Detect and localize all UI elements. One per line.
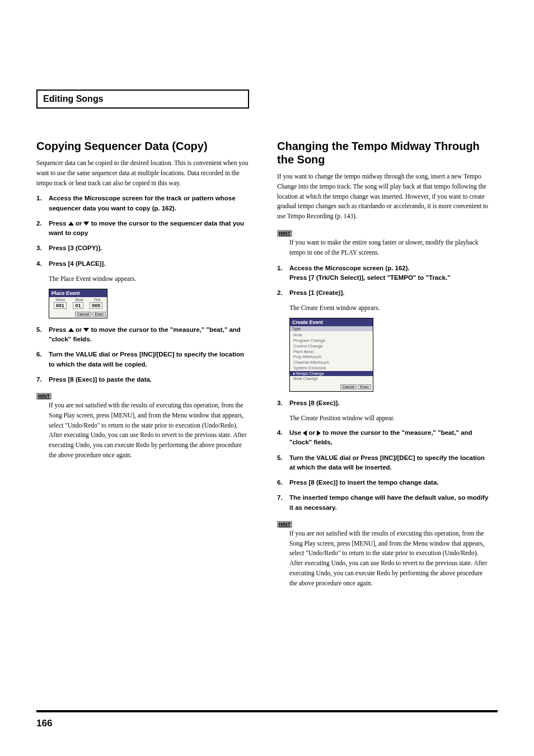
exec-button: Exec (358, 384, 371, 389)
step-number: 6. (36, 350, 44, 369)
right-step-3-sub: The Create Position window will appear. (289, 414, 490, 424)
section-header: Editing Songs (43, 94, 104, 104)
right-title: Changing the Tempo Midway Through the So… (277, 139, 490, 166)
right-step-2: 2. Press [1 (Create)]. (277, 288, 490, 298)
arrow-left-icon (303, 430, 307, 436)
right-step-4: 4. Use or to move the cursor to the "mea… (277, 428, 490, 448)
step-number: 2. (277, 288, 285, 298)
txt-b: or (76, 220, 84, 227)
step-text: Press [3 (COPY)]. (49, 243, 249, 253)
label-tick: Tick (93, 298, 101, 302)
step-text: Press [8 (Exec)]. (289, 398, 490, 408)
txt-a: Use (289, 429, 303, 436)
place-event-title: Place Event (49, 289, 107, 297)
arrow-up-icon (68, 328, 74, 332)
txt-a: Press (49, 326, 68, 333)
left-step-1: 1. Access the Microscope screen for the … (36, 194, 249, 213)
ce-item: Beat Change (293, 376, 369, 382)
step-number: 5. (36, 325, 44, 345)
left-step-5: 5. Press or to move the cursor to the "m… (36, 325, 249, 345)
step-number: 1. (277, 264, 285, 283)
step-number: 4. (36, 259, 44, 269)
step-number: 4. (277, 428, 285, 448)
step-number: 6. (277, 478, 285, 487)
create-event-sub: Type (290, 326, 373, 331)
label-meas: Meas (55, 298, 65, 302)
step-text: Turn the VALUE dial or Press [INC]/[DEC]… (289, 453, 490, 473)
hint-label: HINT (36, 393, 51, 400)
step-number: 5. (277, 453, 285, 473)
step-number: 2. (36, 219, 44, 238)
step-text: Access the Microscope screen (p. 162). P… (289, 264, 490, 283)
txt-b: Press [7 (Trk/Ch Select)], select "TEMPO… (289, 274, 451, 281)
exec-button: Exec (92, 312, 106, 317)
create-event-title: Create Event (290, 318, 373, 326)
two-column-layout: Copying Sequencer Data (Copy) Sequencer … (36, 139, 498, 594)
ce-item-selected: ▸Tempo Change (290, 371, 373, 377)
txt-a: Access the Microscope screen (p. 162). (289, 265, 410, 271)
txt-b: or (309, 429, 317, 436)
left-hint-body: If you are not satisfied with the result… (49, 401, 249, 461)
ce-item: Note (293, 332, 369, 338)
create-event-screenshot: Create Event Type Note Program Change Co… (289, 318, 373, 392)
right-step-7: 7. The inserted tempo change will have t… (277, 493, 490, 513)
right-step-2-sub: The Create Event window appears. (289, 303, 490, 313)
right-step-6: 6. Press [8 (Exec)] to insert the tempo … (277, 478, 490, 487)
right-intro: If you want to change the tempo midway t… (277, 172, 490, 222)
label-beat: Beat (76, 298, 83, 302)
right-step-3: 3. Press [8 (Exec)]. (277, 398, 490, 408)
right-column: Changing the Tempo Midway Through the So… (277, 139, 490, 594)
step-text: Press or to move the cursor to the seque… (49, 219, 249, 238)
left-step-3: 3. Press [3 (COPY)]. (36, 243, 249, 253)
place-event-values: 001 01 000 (49, 302, 107, 311)
page-number: 166 (36, 718, 52, 729)
footer-rule (36, 710, 498, 712)
create-event-buttons: Cancel Exec (290, 383, 373, 391)
arrow-right-icon (317, 430, 321, 436)
val-meas: 001 (54, 302, 67, 309)
left-step-2: 2. Press or to move the cursor to the se… (36, 219, 249, 238)
left-intro: Sequencer data can be copied to the desi… (36, 158, 249, 188)
ce-item: Poly Aftertouch (293, 354, 369, 360)
ce-item: Channel Aftertouch (293, 360, 369, 365)
arrow-down-icon (83, 328, 89, 332)
step-text: Use or to move the cursor to the "measur… (289, 428, 490, 448)
step-text: Press or to move the cursor to the "meas… (49, 325, 249, 345)
txt-a: Press (49, 220, 68, 227)
step-number: 7. (36, 375, 44, 384)
step-text: Turn the VALUE dial or Press [INC]/[DEC]… (49, 350, 249, 369)
step-text: Press [1 (Create)]. (289, 288, 490, 298)
section-header-box: Editing Songs (36, 90, 249, 109)
cancel-button: Cancel (75, 312, 92, 317)
create-event-list: Note Program Change Control Change Pitch… (290, 331, 373, 383)
place-event-buttons: Cancel Exec (49, 311, 107, 318)
val-tick: 000 (90, 302, 102, 309)
place-event-screenshot: Place Event Meas Beat Tick 001 01 000 Ca… (49, 289, 107, 318)
step-number: 3. (36, 243, 44, 253)
right-hint1-body: If you want to make the entire song fast… (289, 238, 490, 258)
ce-item: Control Change (293, 344, 369, 349)
right-step-1: 1. Access the Microscope screen (p. 162)… (277, 264, 490, 283)
ce-item: Pitch Bend (293, 349, 369, 355)
step-number: 7. (277, 493, 285, 513)
arrow-up-icon (68, 222, 74, 226)
left-title: Copying Sequencer Data (Copy) (36, 139, 249, 153)
step-number: 1. (36, 194, 44, 213)
step-text: The inserted tempo change will have the … (289, 493, 490, 513)
arrow-down-icon (83, 222, 89, 226)
left-step-4-sub: The Place Event window appears. (49, 274, 249, 284)
left-step-4: 4. Press [4 (PLACE)]. (36, 259, 249, 269)
right-step-5: 5. Turn the VALUE dial or Press [INC]/[D… (277, 453, 490, 473)
place-event-labels: Meas Beat Tick (49, 297, 107, 302)
hint-label: HINT (277, 230, 292, 237)
left-step-7: 7. Press [8 (Exec)] to paste the data. (36, 375, 249, 384)
step-number: 3. (277, 398, 285, 408)
step-text: Press [8 (Exec)] to paste the data. (49, 375, 249, 384)
ce-item: System Exclusive (293, 365, 369, 371)
step-text: Press [4 (PLACE)]. (49, 259, 249, 269)
step-text: Press [8 (Exec)] to insert the tempo cha… (289, 478, 490, 487)
txt-b: or (76, 326, 84, 333)
step-text: Access the Microscope screen for the tra… (49, 194, 249, 213)
left-step-6: 6. Turn the VALUE dial or Press [INC]/[D… (36, 350, 249, 369)
ce-item: Program Change (293, 338, 369, 344)
